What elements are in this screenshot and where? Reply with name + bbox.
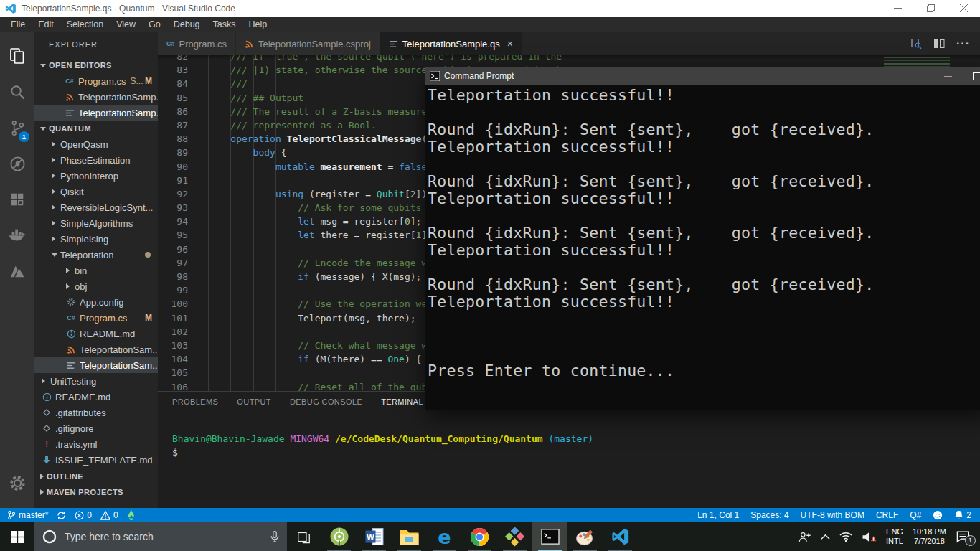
cmd-maximize-button[interactable] <box>962 67 980 85</box>
taskbar-app-word[interactable]: W <box>357 522 392 551</box>
tree-folder-phaseestimation[interactable]: PhaseEstimation <box>34 152 158 168</box>
status-branch[interactable]: master* <box>7 510 48 520</box>
menu-view[interactable]: View <box>110 17 142 32</box>
status-crlf[interactable]: CRLF <box>876 510 898 520</box>
start-button[interactable] <box>0 522 34 551</box>
status-error[interactable]: 0 <box>75 510 92 520</box>
open-preview-icon[interactable] <box>910 38 922 50</box>
open-editor-item[interactable]: C#Program.csS...M <box>34 73 158 89</box>
tree-folder-simpleising[interactable]: SimpleIsing <box>34 231 158 247</box>
status-q#[interactable]: Q# <box>910 510 921 520</box>
taskbar-app-edge[interactable]: e <box>427 522 462 551</box>
tree-folder-reversiblelogicsynt[interactable]: ReversibleLogicSynt... <box>34 199 158 215</box>
taskbar-app-qdk[interactable] <box>497 522 532 551</box>
more-actions-icon[interactable]: ··· <box>956 37 970 50</box>
csproj-file-icon <box>65 93 75 102</box>
tree-folder-qiskit[interactable]: Qiskit <box>34 184 158 199</box>
action-center-icon[interactable]: 1 <box>956 530 970 543</box>
line-number: 97 <box>158 256 202 270</box>
tab-programcs[interactable]: C#Program.cs <box>158 32 235 55</box>
taskbar-app-vscode[interactable] <box>603 522 638 551</box>
taskbar-app-paint[interactable] <box>567 522 603 551</box>
activitybar-debug-icon[interactable] <box>0 146 34 182</box>
menu-tasks[interactable]: Tasks <box>207 17 242 32</box>
tree-file-readmemd[interactable]: README.md <box>34 326 158 342</box>
status-flame[interactable] <box>127 510 136 520</box>
status-utf-8-with-bom[interactable]: UTF-8 with BOM <box>801 510 864 520</box>
menu-selection[interactable]: Selection <box>60 17 110 32</box>
wifi-icon[interactable] <box>839 532 852 542</box>
chevron-right-icon <box>52 173 59 179</box>
project-section-header[interactable]: QUANTUM <box>34 121 158 136</box>
status-spaces--4[interactable]: Spaces: 4 <box>750 510 788 520</box>
status-sync[interactable] <box>57 511 66 520</box>
panel-tab-output[interactable]: OUTPUT <box>237 397 271 410</box>
terminal-output[interactable]: Bhavin@Bhavin-Jawade MINGW64 /e/CodeDesk… <box>172 432 980 459</box>
panel-tab-debug-console[interactable]: DEBUG CONSOLE <box>290 397 362 410</box>
status-smiley[interactable] <box>933 510 943 520</box>
status-ln-1--col-1[interactable]: Ln 1, Col 1 <box>697 510 739 520</box>
tree-folder-bin[interactable]: bin <box>34 263 158 278</box>
open-editors-header[interactable]: OPEN EDITORS <box>34 57 158 73</box>
menu-debug[interactable]: Debug <box>167 17 207 32</box>
tree-file-readmemd[interactable]: README.md <box>34 389 158 405</box>
close-button[interactable] <box>947 0 980 17</box>
tree-file-gitignore[interactable]: .gitignore <box>34 420 158 436</box>
tree-folder-simplealgorithms[interactable]: SimpleAlgorithms <box>34 215 158 231</box>
taskbar-app-cmd[interactable] <box>532 522 567 551</box>
people-icon[interactable] <box>798 531 811 543</box>
menu-go[interactable]: Go <box>142 17 167 32</box>
cmd-output[interactable]: Teleportation successful!! Round {idxRun… <box>425 85 980 380</box>
tab-teleportationsamplecsproj[interactable]: TeleportationSample.csproj <box>236 32 380 55</box>
taskbar-app-chrome[interactable] <box>462 522 497 551</box>
task-view-button[interactable] <box>287 522 320 551</box>
activitybar-azure-icon[interactable] <box>0 253 34 289</box>
menu-file[interactable]: File <box>4 17 32 32</box>
status-bell[interactable]: 2 <box>954 510 971 520</box>
microphone-icon[interactable] <box>270 530 280 543</box>
open-editor-item[interactable]: TeleportationSamp.. <box>34 89 158 105</box>
activitybar-source-control-icon[interactable]: 1 <box>0 110 34 146</box>
menu-edit[interactable]: Edit <box>32 17 60 32</box>
tree-folder-openqasm[interactable]: OpenQasm <box>34 136 158 152</box>
taskbar-search[interactable]: Type here to search <box>34 522 287 551</box>
tray-expand-icon[interactable] <box>821 534 830 540</box>
status-warning[interactable]: 0 <box>100 510 118 520</box>
tree-folder-obj[interactable]: obj <box>34 278 158 294</box>
tree-file-gitattributes[interactable]: .gitattributes <box>34 405 158 420</box>
tab-teleportationsampleqs[interactable]: TeleportationSample.qs× <box>380 32 522 55</box>
tree-file-programcs[interactable]: C#Program.csM <box>34 310 158 326</box>
minimize-button[interactable] <box>881 0 914 17</box>
activitybar-search-icon[interactable] <box>0 74 34 110</box>
restore-button[interactable] <box>914 0 947 17</box>
menu-help[interactable]: Help <box>242 17 274 32</box>
open-editor-item[interactable]: TeleportationSamp.. <box>34 105 158 121</box>
taskbar-app-android-studio[interactable] <box>321 522 357 551</box>
tree-file-teleportationsam[interactable]: TeleportationSam... <box>34 357 158 373</box>
section-header-maven-projects[interactable]: MAVEN PROJECTS <box>34 484 158 499</box>
tree-folder-teleportation[interactable]: Teleportation <box>34 247 158 263</box>
taskbar: Type here to search We ENGINTL 10:18 PM7… <box>0 522 980 551</box>
clock[interactable]: 10:18 PM7/7/2018 <box>913 527 946 546</box>
tree-file-issuetemplatemd[interactable]: ISSUE_TEMPLATE.md <box>34 452 158 468</box>
activitybar-settings-icon[interactable] <box>0 465 34 501</box>
split-editor-icon[interactable] <box>933 38 945 50</box>
panel-tab-problems[interactable]: PROBLEMS <box>172 397 218 410</box>
section-header-outline[interactable]: OUTLINE <box>34 468 158 484</box>
tree-file-teleportationsam[interactable]: TeleportationSam... <box>34 342 158 357</box>
tree-file-travisyml[interactable]: !.travis.yml <box>34 436 158 452</box>
tree-folder-pythoninterop[interactable]: PythonInterop <box>34 168 158 184</box>
tree-folder-unittesting[interactable]: UnitTesting <box>34 373 158 389</box>
taskbar-app-file-explorer[interactable] <box>392 522 427 551</box>
activitybar-extensions-icon[interactable] <box>0 182 34 217</box>
cmd-minimize-button[interactable] <box>933 67 962 85</box>
language-indicator[interactable]: ENGINTL <box>886 527 903 546</box>
cmd-titlebar[interactable]: Command Prompt <box>425 67 980 85</box>
activitybar-docker-icon[interactable] <box>0 217 34 253</box>
panel-tab-terminal[interactable]: TERMINAL <box>381 397 423 410</box>
tree-file-appconfig[interactable]: App.config <box>34 294 158 310</box>
close-tab-icon[interactable]: × <box>507 38 513 50</box>
volume-warning-icon[interactable] <box>862 531 877 543</box>
activitybar-explorer-icon[interactable] <box>0 38 34 74</box>
command-prompt-window[interactable]: Command Prompt Teleportation successful!… <box>425 67 980 410</box>
